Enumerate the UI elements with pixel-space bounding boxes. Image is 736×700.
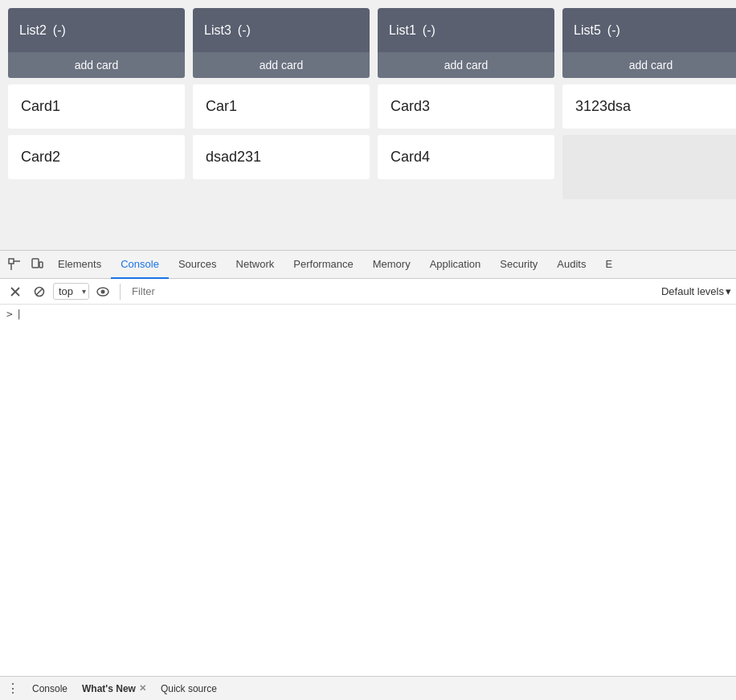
tab-performance[interactable]: Performance: [284, 251, 362, 279]
list-column-list3: List3 (-) add card Car1 dsad231: [193, 8, 370, 241]
list1-subtitle: (-): [423, 23, 435, 38]
console-content-area[interactable]: > |: [0, 305, 736, 700]
bottom-tab-quick-source[interactable]: Quick source: [159, 683, 219, 694]
list-header-list3: List3 (-) add card: [193, 8, 370, 78]
add-card-button-list1[interactable]: add card: [378, 52, 554, 78]
list-header-list5: List5 (-) add card: [562, 8, 736, 78]
default-levels-button[interactable]: Default levels ▾: [661, 285, 731, 297]
card-item-card4: Card4: [378, 135, 554, 179]
list1-header-box: List1 (-): [378, 8, 554, 52]
card-item-dsad231: dsad231: [193, 135, 370, 179]
devtools-panel: Elements Console Sources Network Perform…: [0, 250, 736, 700]
inspect-icon: [8, 258, 21, 271]
add-card-button-list3[interactable]: add card: [193, 52, 370, 78]
tab-console[interactable]: Console: [111, 251, 169, 279]
list2-subtitle: (-): [53, 23, 66, 38]
block-icon-button[interactable]: [29, 281, 50, 302]
clear-icon: [10, 286, 21, 297]
card-item-card3: Card3: [378, 84, 554, 129]
bottom-tab-console[interactable]: Console: [31, 683, 69, 694]
bottom-bar: ⋮ Console What's New ✕ Quick source: [0, 676, 736, 700]
whats-new-close-icon[interactable]: ✕: [139, 683, 146, 694]
cursor-blink: |: [16, 308, 22, 320]
console-filter-input[interactable]: [127, 285, 658, 297]
svg-rect-0: [9, 259, 14, 264]
list1-title: List1: [389, 23, 416, 38]
add-card-button-list2[interactable]: add card: [8, 52, 185, 78]
block-icon: [34, 286, 45, 297]
clear-console-button[interactable]: [5, 281, 26, 302]
list-header-list2: List2 (-) add card: [8, 8, 185, 78]
list-column-list1: List1 (-) add card Card3 Card4: [378, 8, 554, 241]
console-toolbar: top ▾ Default levels ▾: [0, 279, 736, 305]
add-card-button-list5[interactable]: add card: [562, 52, 736, 78]
context-select[interactable]: top: [53, 283, 89, 300]
svg-point-10: [101, 289, 105, 293]
list2-header-box: List2 (-): [8, 8, 185, 52]
tab-audits[interactable]: Audits: [547, 251, 595, 279]
app-area: List2 (-) add card Card1 Card2 List3 (-)…: [0, 0, 736, 249]
list3-subtitle: (-): [238, 23, 251, 38]
list3-header-box: List3 (-): [193, 8, 370, 52]
svg-rect-4: [39, 262, 43, 268]
device-icon: [31, 258, 43, 271]
card-item-card1: Card1: [8, 84, 185, 129]
default-levels-arrow-icon: ▾: [726, 285, 731, 297]
tab-memory[interactable]: Memory: [363, 251, 420, 279]
svg-rect-3: [32, 259, 39, 268]
card-item-car1: Car1: [193, 84, 370, 129]
empty-card-list5: [562, 135, 736, 199]
list2-title: List2: [19, 23, 47, 38]
list-header-list1: List1 (-) add card: [378, 8, 554, 78]
bottom-tab-whats-new[interactable]: What's New ✕: [80, 683, 148, 694]
card-item-card2: Card2: [8, 135, 185, 179]
context-select-wrapper: top ▾: [53, 283, 89, 300]
divider-vertical: [120, 284, 121, 300]
bottom-dots-menu[interactable]: ⋮: [6, 681, 19, 696]
custom-formatters-button[interactable]: [92, 281, 113, 302]
card-item-3123dsa: 3123dsa: [562, 84, 736, 129]
inspect-icon-button[interactable]: [3, 253, 26, 276]
chevron-right-icon: >: [6, 308, 13, 320]
tab-elements[interactable]: Elements: [48, 251, 111, 279]
tab-extra[interactable]: E: [595, 251, 622, 279]
list5-header-box: List5 (-): [562, 8, 736, 52]
tab-application[interactable]: Application: [420, 251, 491, 279]
list5-title: List5: [574, 23, 601, 38]
list-column-list2: List2 (-) add card Card1 Card2: [8, 8, 185, 241]
devtools-tabs-bar: Elements Console Sources Network Perform…: [0, 251, 736, 279]
tab-sources[interactable]: Sources: [169, 251, 227, 279]
svg-line-8: [36, 289, 43, 295]
list-column-list5: List5 (-) add card 3123dsa: [562, 8, 736, 241]
tab-network[interactable]: Network: [227, 251, 284, 279]
tab-security[interactable]: Security: [490, 251, 547, 279]
list3-title: List3: [204, 23, 231, 38]
console-cursor-line: > |: [6, 308, 730, 320]
device-toggle-button[interactable]: [26, 253, 48, 276]
list5-subtitle: (-): [607, 23, 620, 38]
eye-icon: [96, 287, 109, 297]
